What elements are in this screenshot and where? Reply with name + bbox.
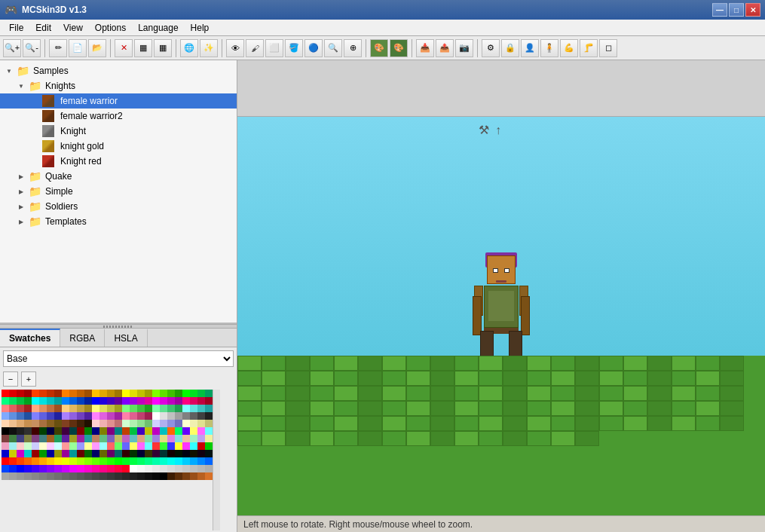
swatch-cell[interactable]	[2, 457, 9, 465]
tb-zoom-in[interactable]: 🔍+	[3, 39, 21, 57]
swatch-cell[interactable]	[39, 405, 47, 412]
swatch-cell[interactable]	[167, 397, 175, 405]
swatch-cell[interactable]	[17, 412, 24, 420]
swatch-cell[interactable]	[122, 427, 130, 435]
tab-rgba[interactable]: RGBA	[60, 329, 105, 347]
swatch-cell[interactable]	[205, 420, 213, 427]
swatch-cell[interactable]	[54, 435, 62, 442]
swatch-cell[interactable]	[137, 472, 145, 480]
swatch-cell[interactable]	[160, 405, 167, 412]
swatch-cell[interactable]	[54, 450, 62, 457]
swatch-cell[interactable]	[205, 397, 213, 405]
swatch-cell[interactable]	[130, 420, 137, 427]
tb-lock[interactable]: 🔒	[501, 39, 519, 57]
swatch-cell[interactable]	[2, 427, 9, 435]
swatch-cell[interactable]	[115, 427, 122, 435]
tb-darken[interactable]: ⊕	[344, 39, 362, 57]
swatch-cell[interactable]	[92, 472, 99, 480]
swatch-zoom-out-button[interactable]: −	[3, 371, 18, 387]
swatch-cell[interactable]	[205, 472, 213, 480]
swatch-cell[interactable]	[160, 457, 167, 465]
tb-export[interactable]: 📤	[436, 39, 454, 57]
swatch-cell[interactable]	[92, 465, 99, 472]
swatch-cell[interactable]	[107, 427, 115, 435]
swatch-cell[interactable]	[107, 405, 115, 412]
swatch-cell[interactable]	[205, 442, 213, 450]
swatch-cell[interactable]	[47, 435, 54, 442]
swatch-cell[interactable]	[145, 397, 152, 405]
swatch-cell[interactable]	[69, 390, 77, 397]
swatch-cell[interactable]	[115, 472, 122, 480]
swatch-cell[interactable]	[175, 450, 182, 457]
swatch-cell[interactable]	[99, 465, 107, 472]
swatch-cell[interactable]	[39, 390, 47, 397]
swatch-cell[interactable]	[92, 450, 99, 457]
swatch-cell[interactable]	[175, 412, 182, 420]
swatch-cell[interactable]	[9, 405, 17, 412]
swatch-cell[interactable]	[99, 450, 107, 457]
swatch-cell[interactable]	[39, 435, 47, 442]
swatch-cell[interactable]	[107, 457, 115, 465]
swatch-cell[interactable]	[182, 397, 190, 405]
swatch-cell[interactable]	[182, 465, 190, 472]
swatch-cell[interactable]	[32, 442, 39, 450]
swatch-cell[interactable]	[32, 420, 39, 427]
swatch-cell[interactable]	[190, 412, 197, 420]
swatch-cell[interactable]	[160, 397, 167, 405]
swatch-cell[interactable]	[39, 457, 47, 465]
swatch-cell[interactable]	[17, 472, 24, 480]
swatch-cell[interactable]	[182, 457, 190, 465]
swatch-cell[interactable]	[62, 397, 69, 405]
tb-pencil[interactable]: ✏	[49, 39, 67, 57]
menu-edit[interactable]: Edit	[29, 21, 57, 35]
swatch-cell[interactable]	[175, 390, 182, 397]
swatch-cell[interactable]	[115, 390, 122, 397]
swatch-cell[interactable]	[137, 405, 145, 412]
swatch-cell[interactable]	[32, 427, 39, 435]
tb-color2[interactable]: 🎨	[390, 39, 408, 57]
swatch-cell[interactable]	[107, 420, 115, 427]
swatch-cell[interactable]	[47, 450, 54, 457]
swatch-cell[interactable]	[92, 420, 99, 427]
swatch-cell[interactable]	[107, 397, 115, 405]
swatch-cell[interactable]	[32, 405, 39, 412]
swatch-cell[interactable]	[182, 450, 190, 457]
swatch-cell[interactable]	[47, 420, 54, 427]
swatch-cell[interactable]	[190, 465, 197, 472]
swatch-cell[interactable]	[47, 427, 54, 435]
swatch-cell[interactable]	[160, 427, 167, 435]
tree-templates[interactable]: ▶ 📁 Templates	[0, 214, 237, 229]
swatch-cell[interactable]	[115, 405, 122, 412]
swatch-cell[interactable]	[205, 465, 213, 472]
swatch-cell[interactable]	[182, 412, 190, 420]
swatch-cell[interactable]	[175, 472, 182, 480]
swatch-cell[interactable]	[39, 450, 47, 457]
swatch-cell[interactable]	[9, 442, 17, 450]
swatch-cell[interactable]	[39, 397, 47, 405]
swatch-cell[interactable]	[130, 397, 137, 405]
swatch-cell[interactable]	[122, 472, 130, 480]
swatch-cell[interactable]	[190, 435, 197, 442]
swatch-cell[interactable]	[47, 397, 54, 405]
swatch-cell[interactable]	[205, 405, 213, 412]
swatch-cell[interactable]	[205, 390, 213, 397]
swatch-cell[interactable]	[145, 450, 152, 457]
tb-brush[interactable]: 🖌	[246, 39, 264, 57]
swatch-cell[interactable]	[69, 435, 77, 442]
tb-new[interactable]: 📄	[69, 39, 87, 57]
swatch-cell[interactable]	[39, 412, 47, 420]
swatch-cell[interactable]	[205, 457, 213, 465]
swatch-cell[interactable]	[47, 465, 54, 472]
swatch-cell[interactable]	[122, 397, 130, 405]
swatch-cell[interactable]	[160, 412, 167, 420]
swatch-cell[interactable]	[17, 457, 24, 465]
swatch-cell[interactable]	[197, 390, 205, 397]
swatch-cell[interactable]	[152, 457, 160, 465]
swatch-cell[interactable]	[77, 390, 84, 397]
swatch-cell[interactable]	[197, 427, 205, 435]
swatch-cell[interactable]	[9, 390, 17, 397]
swatch-cell[interactable]	[190, 450, 197, 457]
swatch-cell[interactable]	[24, 405, 32, 412]
swatch-cell[interactable]	[24, 465, 32, 472]
swatch-cell[interactable]	[84, 397, 92, 405]
